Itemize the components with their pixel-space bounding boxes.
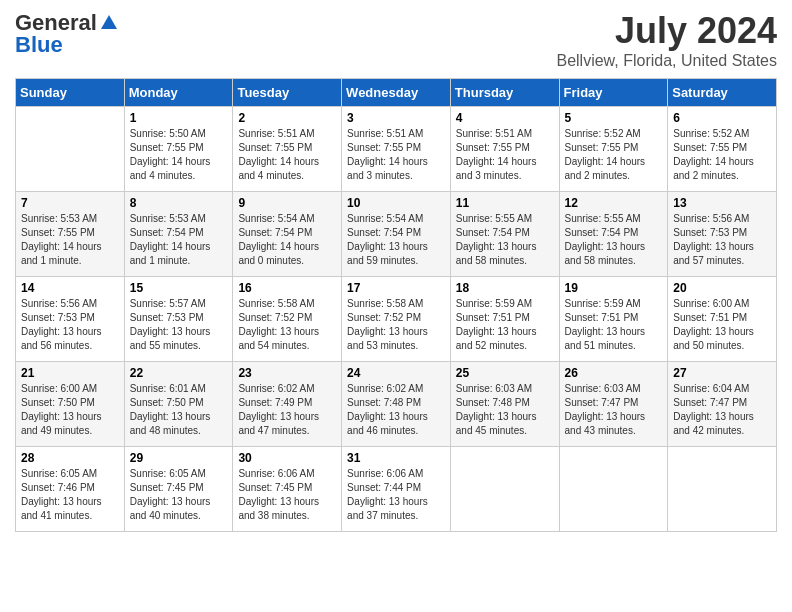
calendar-cell: 14Sunrise: 5:56 AM Sunset: 7:53 PM Dayli… bbox=[16, 277, 125, 362]
day-number: 16 bbox=[238, 281, 336, 295]
calendar-cell: 12Sunrise: 5:55 AM Sunset: 7:54 PM Dayli… bbox=[559, 192, 668, 277]
cell-info: Sunrise: 6:00 AM Sunset: 7:51 PM Dayligh… bbox=[673, 297, 771, 353]
calendar-cell bbox=[559, 447, 668, 532]
cell-info: Sunrise: 6:01 AM Sunset: 7:50 PM Dayligh… bbox=[130, 382, 228, 438]
cell-info: Sunrise: 5:59 AM Sunset: 7:51 PM Dayligh… bbox=[456, 297, 554, 353]
calendar-cell: 28Sunrise: 6:05 AM Sunset: 7:46 PM Dayli… bbox=[16, 447, 125, 532]
cell-info: Sunrise: 5:59 AM Sunset: 7:51 PM Dayligh… bbox=[565, 297, 663, 353]
calendar-cell: 30Sunrise: 6:06 AM Sunset: 7:45 PM Dayli… bbox=[233, 447, 342, 532]
day-number: 8 bbox=[130, 196, 228, 210]
day-number: 7 bbox=[21, 196, 119, 210]
cell-info: Sunrise: 5:52 AM Sunset: 7:55 PM Dayligh… bbox=[565, 127, 663, 183]
calendar-header-row: SundayMondayTuesdayWednesdayThursdayFrid… bbox=[16, 79, 777, 107]
title-block: July 2024 Bellview, Florida, United Stat… bbox=[556, 10, 777, 70]
cell-info: Sunrise: 6:06 AM Sunset: 7:45 PM Dayligh… bbox=[238, 467, 336, 523]
day-number: 31 bbox=[347, 451, 445, 465]
cell-info: Sunrise: 5:51 AM Sunset: 7:55 PM Dayligh… bbox=[238, 127, 336, 183]
day-header-friday: Friday bbox=[559, 79, 668, 107]
day-number: 27 bbox=[673, 366, 771, 380]
day-number: 20 bbox=[673, 281, 771, 295]
cell-info: Sunrise: 5:52 AM Sunset: 7:55 PM Dayligh… bbox=[673, 127, 771, 183]
day-number: 28 bbox=[21, 451, 119, 465]
calendar-cell: 13Sunrise: 5:56 AM Sunset: 7:53 PM Dayli… bbox=[668, 192, 777, 277]
day-number: 19 bbox=[565, 281, 663, 295]
cell-info: Sunrise: 5:55 AM Sunset: 7:54 PM Dayligh… bbox=[456, 212, 554, 268]
day-number: 25 bbox=[456, 366, 554, 380]
page-header: General Blue July 2024 Bellview, Florida… bbox=[15, 10, 777, 70]
calendar-cell: 26Sunrise: 6:03 AM Sunset: 7:47 PM Dayli… bbox=[559, 362, 668, 447]
calendar-subtitle: Bellview, Florida, United States bbox=[556, 52, 777, 70]
cell-info: Sunrise: 5:58 AM Sunset: 7:52 PM Dayligh… bbox=[238, 297, 336, 353]
calendar-cell: 4Sunrise: 5:51 AM Sunset: 7:55 PM Daylig… bbox=[450, 107, 559, 192]
day-number: 29 bbox=[130, 451, 228, 465]
calendar-cell: 24Sunrise: 6:02 AM Sunset: 7:48 PM Dayli… bbox=[342, 362, 451, 447]
svg-marker-0 bbox=[101, 15, 117, 29]
cell-info: Sunrise: 5:58 AM Sunset: 7:52 PM Dayligh… bbox=[347, 297, 445, 353]
cell-info: Sunrise: 5:57 AM Sunset: 7:53 PM Dayligh… bbox=[130, 297, 228, 353]
calendar-cell: 8Sunrise: 5:53 AM Sunset: 7:54 PM Daylig… bbox=[124, 192, 233, 277]
calendar-cell: 19Sunrise: 5:59 AM Sunset: 7:51 PM Dayli… bbox=[559, 277, 668, 362]
calendar-cell: 29Sunrise: 6:05 AM Sunset: 7:45 PM Dayli… bbox=[124, 447, 233, 532]
day-number: 17 bbox=[347, 281, 445, 295]
day-number: 14 bbox=[21, 281, 119, 295]
day-header-monday: Monday bbox=[124, 79, 233, 107]
calendar-cell: 22Sunrise: 6:01 AM Sunset: 7:50 PM Dayli… bbox=[124, 362, 233, 447]
calendar-table: SundayMondayTuesdayWednesdayThursdayFrid… bbox=[15, 78, 777, 532]
day-number: 2 bbox=[238, 111, 336, 125]
cell-info: Sunrise: 5:50 AM Sunset: 7:55 PM Dayligh… bbox=[130, 127, 228, 183]
calendar-cell: 23Sunrise: 6:02 AM Sunset: 7:49 PM Dayli… bbox=[233, 362, 342, 447]
day-number: 18 bbox=[456, 281, 554, 295]
cell-info: Sunrise: 6:05 AM Sunset: 7:45 PM Dayligh… bbox=[130, 467, 228, 523]
day-number: 22 bbox=[130, 366, 228, 380]
cell-info: Sunrise: 6:02 AM Sunset: 7:49 PM Dayligh… bbox=[238, 382, 336, 438]
day-number: 12 bbox=[565, 196, 663, 210]
day-number: 24 bbox=[347, 366, 445, 380]
day-header-thursday: Thursday bbox=[450, 79, 559, 107]
cell-info: Sunrise: 6:02 AM Sunset: 7:48 PM Dayligh… bbox=[347, 382, 445, 438]
day-number: 10 bbox=[347, 196, 445, 210]
cell-info: Sunrise: 5:51 AM Sunset: 7:55 PM Dayligh… bbox=[347, 127, 445, 183]
calendar-cell: 18Sunrise: 5:59 AM Sunset: 7:51 PM Dayli… bbox=[450, 277, 559, 362]
day-number: 3 bbox=[347, 111, 445, 125]
calendar-cell: 7Sunrise: 5:53 AM Sunset: 7:55 PM Daylig… bbox=[16, 192, 125, 277]
cell-info: Sunrise: 6:00 AM Sunset: 7:50 PM Dayligh… bbox=[21, 382, 119, 438]
calendar-cell: 17Sunrise: 5:58 AM Sunset: 7:52 PM Dayli… bbox=[342, 277, 451, 362]
calendar-title: July 2024 bbox=[556, 10, 777, 52]
cell-info: Sunrise: 6:03 AM Sunset: 7:47 PM Dayligh… bbox=[565, 382, 663, 438]
day-header-saturday: Saturday bbox=[668, 79, 777, 107]
calendar-cell: 3Sunrise: 5:51 AM Sunset: 7:55 PM Daylig… bbox=[342, 107, 451, 192]
calendar-cell: 6Sunrise: 5:52 AM Sunset: 7:55 PM Daylig… bbox=[668, 107, 777, 192]
day-number: 9 bbox=[238, 196, 336, 210]
day-number: 11 bbox=[456, 196, 554, 210]
calendar-cell: 9Sunrise: 5:54 AM Sunset: 7:54 PM Daylig… bbox=[233, 192, 342, 277]
calendar-cell: 16Sunrise: 5:58 AM Sunset: 7:52 PM Dayli… bbox=[233, 277, 342, 362]
logo-icon bbox=[99, 13, 119, 33]
calendar-week-row: 21Sunrise: 6:00 AM Sunset: 7:50 PM Dayli… bbox=[16, 362, 777, 447]
calendar-week-row: 14Sunrise: 5:56 AM Sunset: 7:53 PM Dayli… bbox=[16, 277, 777, 362]
day-header-wednesday: Wednesday bbox=[342, 79, 451, 107]
calendar-cell: 11Sunrise: 5:55 AM Sunset: 7:54 PM Dayli… bbox=[450, 192, 559, 277]
day-number: 23 bbox=[238, 366, 336, 380]
cell-info: Sunrise: 5:56 AM Sunset: 7:53 PM Dayligh… bbox=[673, 212, 771, 268]
cell-info: Sunrise: 6:04 AM Sunset: 7:47 PM Dayligh… bbox=[673, 382, 771, 438]
cell-info: Sunrise: 5:54 AM Sunset: 7:54 PM Dayligh… bbox=[347, 212, 445, 268]
calendar-cell: 10Sunrise: 5:54 AM Sunset: 7:54 PM Dayli… bbox=[342, 192, 451, 277]
calendar-cell: 1Sunrise: 5:50 AM Sunset: 7:55 PM Daylig… bbox=[124, 107, 233, 192]
calendar-week-row: 1Sunrise: 5:50 AM Sunset: 7:55 PM Daylig… bbox=[16, 107, 777, 192]
calendar-cell: 25Sunrise: 6:03 AM Sunset: 7:48 PM Dayli… bbox=[450, 362, 559, 447]
day-number: 21 bbox=[21, 366, 119, 380]
cell-info: Sunrise: 6:05 AM Sunset: 7:46 PM Dayligh… bbox=[21, 467, 119, 523]
calendar-cell bbox=[668, 447, 777, 532]
day-number: 15 bbox=[130, 281, 228, 295]
calendar-week-row: 7Sunrise: 5:53 AM Sunset: 7:55 PM Daylig… bbox=[16, 192, 777, 277]
cell-info: Sunrise: 5:56 AM Sunset: 7:53 PM Dayligh… bbox=[21, 297, 119, 353]
day-number: 1 bbox=[130, 111, 228, 125]
logo: General Blue bbox=[15, 10, 119, 58]
calendar-cell: 27Sunrise: 6:04 AM Sunset: 7:47 PM Dayli… bbox=[668, 362, 777, 447]
cell-info: Sunrise: 5:53 AM Sunset: 7:55 PM Dayligh… bbox=[21, 212, 119, 268]
calendar-cell: 15Sunrise: 5:57 AM Sunset: 7:53 PM Dayli… bbox=[124, 277, 233, 362]
day-number: 6 bbox=[673, 111, 771, 125]
calendar-week-row: 28Sunrise: 6:05 AM Sunset: 7:46 PM Dayli… bbox=[16, 447, 777, 532]
day-number: 13 bbox=[673, 196, 771, 210]
day-number: 4 bbox=[456, 111, 554, 125]
